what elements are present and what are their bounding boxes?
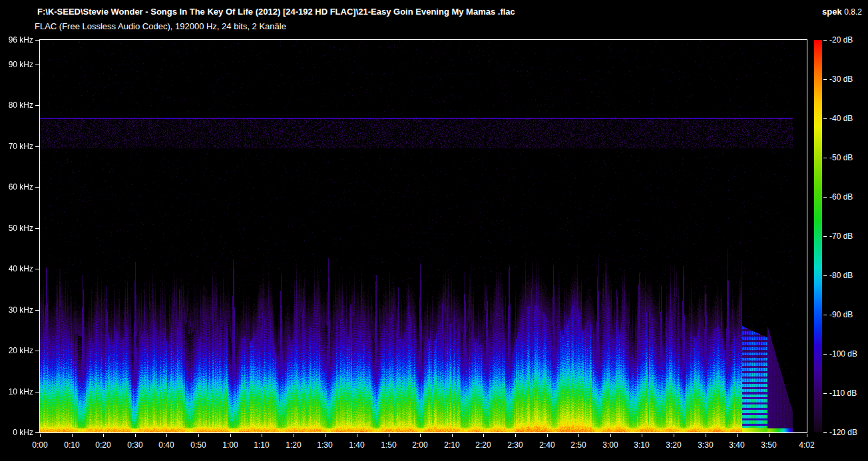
db-tick xyxy=(823,236,827,237)
time-tick-label: 0:00 xyxy=(25,440,55,450)
time-tick xyxy=(610,434,611,437)
freq-tick xyxy=(35,65,39,65)
db-tick-label: -60 dB xyxy=(829,192,853,202)
db-tick-label: -110 dB xyxy=(829,388,857,398)
time-tick xyxy=(262,434,262,437)
time-tick-label: 3:50 xyxy=(754,440,783,450)
time-tick xyxy=(706,434,706,437)
db-tick-label: -30 dB xyxy=(829,75,853,84)
time-tick xyxy=(389,434,389,437)
time-tick xyxy=(135,434,136,437)
time-tick xyxy=(72,434,73,437)
time-tick xyxy=(547,434,548,437)
app-brand: spek 0.8.2 xyxy=(822,7,862,17)
freq-tick xyxy=(35,392,39,392)
time-tick xyxy=(515,434,516,437)
time-tick xyxy=(674,434,674,437)
time-tick xyxy=(230,434,231,437)
time-tick-label: 2:40 xyxy=(533,440,562,450)
freq-tick xyxy=(35,228,39,229)
time-tick xyxy=(103,434,104,437)
db-tick-label: -90 dB xyxy=(829,310,853,319)
freq-tick-label: 70 kHz xyxy=(0,142,33,151)
time-tick xyxy=(452,434,453,437)
time-tick-label: 0:10 xyxy=(57,440,87,450)
freq-tick-label: 30 kHz xyxy=(0,305,33,315)
time-tick-label: 0:40 xyxy=(152,440,181,450)
time-tick-label: 2:00 xyxy=(405,440,435,450)
freq-tick-label: 10 kHz xyxy=(0,387,33,396)
time-tick xyxy=(294,434,294,437)
db-tick-label: -120 dB xyxy=(829,428,857,437)
time-tick-label: 1:20 xyxy=(279,440,308,450)
db-tick xyxy=(823,158,827,158)
time-tick xyxy=(166,434,167,437)
freq-tick-label: 90 kHz xyxy=(0,60,33,69)
db-tick xyxy=(823,393,827,394)
time-tick-label: 1:30 xyxy=(310,440,339,450)
freq-tick-label: 0 kHz xyxy=(0,428,33,437)
db-tick-label: -100 dB xyxy=(829,349,857,359)
freq-tick-label: 20 kHz xyxy=(0,346,33,355)
freq-tick-label: 60 kHz xyxy=(0,182,33,192)
file-path-title: F:\K-SEED\Stevie Wonder - Songs In The K… xyxy=(37,7,515,17)
db-tick xyxy=(823,354,827,355)
time-tick-label: 2:20 xyxy=(469,440,498,450)
time-tick-label: 2:30 xyxy=(501,440,530,450)
time-tick-label: 1:10 xyxy=(247,440,276,450)
time-tick-label: 0:50 xyxy=(184,440,213,450)
spek-window: { "window": { "title": "F:\\K-SEED\\Stev… xyxy=(0,0,868,461)
spectrogram-plot xyxy=(39,39,807,433)
db-tick xyxy=(823,40,827,41)
db-tick xyxy=(823,315,827,315)
db-tick xyxy=(823,432,827,433)
freq-tick xyxy=(35,105,39,106)
freq-tick xyxy=(35,40,39,41)
freq-tick xyxy=(35,310,39,311)
file-format-info: FLAC (Free Lossless Audio Codec), 192000… xyxy=(35,21,286,31)
time-tick xyxy=(737,434,738,437)
freq-tick xyxy=(35,269,39,269)
db-tick xyxy=(823,79,827,80)
time-tick xyxy=(40,434,41,437)
time-tick-label: 3:20 xyxy=(659,440,688,450)
app-version: 0.8.2 xyxy=(844,7,862,17)
db-tick xyxy=(823,118,827,119)
time-tick-label: 0:30 xyxy=(120,440,150,450)
time-tick xyxy=(198,434,199,437)
db-tick-label: -70 dB xyxy=(829,231,853,241)
time-tick xyxy=(357,434,357,437)
time-tick-label: 2:10 xyxy=(437,440,467,450)
db-tick-label: -20 dB xyxy=(829,35,853,45)
time-tick xyxy=(325,434,326,437)
time-tick xyxy=(483,434,484,437)
db-tick xyxy=(823,275,827,276)
db-tick xyxy=(823,197,827,198)
freq-tick xyxy=(35,351,39,351)
time-tick xyxy=(769,434,769,437)
db-tick-label: -50 dB xyxy=(829,153,853,162)
time-tick xyxy=(807,434,807,437)
db-colorbar xyxy=(814,40,822,432)
freq-tick xyxy=(35,187,39,188)
freq-tick-label: 96 kHz xyxy=(0,35,33,45)
time-tick-label: 3:00 xyxy=(596,440,625,450)
db-tick-label: -80 dB xyxy=(829,271,853,280)
time-tick-label: 1:50 xyxy=(374,440,403,450)
freq-tick xyxy=(35,432,39,433)
freq-tick-label: 50 kHz xyxy=(0,224,33,233)
freq-tick-label: 80 kHz xyxy=(0,100,33,110)
time-tick-label: 2:50 xyxy=(564,440,593,450)
db-tick-label: -40 dB xyxy=(829,114,853,123)
time-tick xyxy=(642,434,642,437)
freq-tick-label: 40 kHz xyxy=(0,264,33,273)
time-tick-label: 4:02 xyxy=(792,440,821,450)
freq-tick xyxy=(35,146,39,147)
time-tick-label: 1:40 xyxy=(342,440,371,450)
time-tick-label: 3:10 xyxy=(627,440,656,450)
app-name: spek xyxy=(822,7,842,17)
time-tick-label: 3:40 xyxy=(722,440,752,450)
time-tick-label: 1:00 xyxy=(216,440,245,450)
time-tick-label: 3:30 xyxy=(691,440,720,450)
time-tick xyxy=(420,434,421,437)
